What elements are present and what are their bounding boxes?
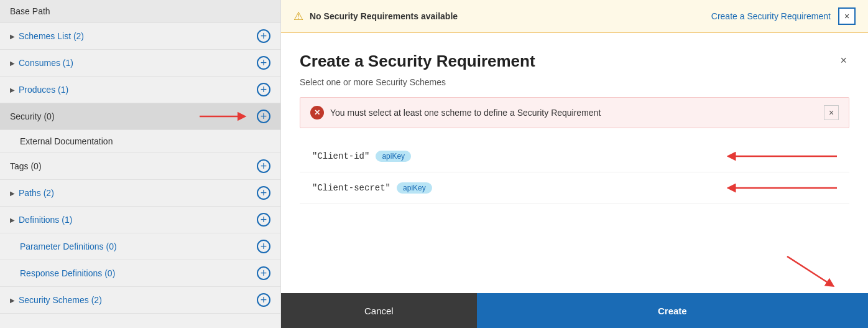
chevron-right-icon: ▶ [10, 297, 15, 304]
add-param-def-button[interactable]: + [257, 240, 270, 253]
scheme-item-client-id[interactable]: "Client-id" apiKey [300, 141, 849, 172]
sidebar-item-label: External Documentation [20, 136, 113, 146]
close-icon: × [844, 11, 849, 21]
sidebar-item-label: Security Schemes (2) [19, 295, 102, 305]
sidebar-item-external-docs[interactable]: External Documentation [0, 130, 280, 153]
add-consumes-button[interactable]: + [257, 56, 270, 70]
sidebar-item-param-definitions[interactable]: Parameter Definitions (0) + [0, 233, 280, 260]
sidebar-item-label: Consumes (1) [19, 58, 73, 68]
sidebar-item-label: Paths (2) [19, 188, 54, 198]
chevron-right-icon: ▶ [10, 190, 15, 197]
sidebar-item-response-definitions[interactable]: Response Definitions (0) + [0, 260, 280, 287]
scheme-name: "Client-id" [312, 151, 369, 161]
scheme-item-client-secret[interactable]: "Client-secret" apiKey [300, 172, 849, 204]
error-close-button[interactable]: × [824, 105, 839, 120]
warning-banner: ⚠ No Security Requirements available Cre… [281, 0, 868, 33]
create-button-label: Create [658, 306, 687, 316]
scheme-badge: apiKey [376, 151, 411, 162]
create-security-requirement-link[interactable]: Create a Security Requirement [711, 11, 831, 21]
sidebar-item-tags[interactable]: Tags (0) + [0, 153, 280, 180]
sidebar-item-label: Schemes List (2) [19, 31, 84, 41]
red-arrow-icon [200, 110, 249, 123]
modal-title: Create a Security Requirement [300, 52, 535, 71]
sidebar-item-paths[interactable]: ▶ Paths (2) + [0, 180, 280, 207]
modal-header: Create a Security Requirement × [300, 52, 849, 71]
sidebar-item-definitions[interactable]: ▶ Definitions (1) + [0, 207, 280, 233]
add-paths-button[interactable]: + [257, 186, 270, 200]
red-arrow-icon [725, 182, 837, 194]
sidebar-item-schemes-list[interactable]: ▶ Schemes List (2) + [0, 23, 280, 50]
warning-banner-text: No Security Requirements available [310, 11, 458, 21]
warning-icon: ⚠ [293, 9, 303, 23]
sidebar-item-base-path[interactable]: Base Path [0, 0, 280, 23]
cancel-button[interactable]: Cancel [281, 293, 477, 328]
add-schemes-button[interactable]: + [257, 29, 270, 43]
sidebar-item-label: Tags (0) [10, 161, 42, 171]
add-security-button[interactable]: + [257, 110, 270, 123]
sidebar-item-label: Parameter Definitions (0) [20, 241, 117, 251]
error-banner: ✕ You must select at least one scheme to… [300, 97, 849, 128]
scheme-badge: apiKey [397, 182, 432, 194]
sidebar-item-label: Response Definitions (0) [20, 268, 115, 278]
create-security-requirement-modal: Create a Security Requirement × Select o… [281, 33, 868, 328]
red-arrow-icon [725, 150, 837, 162]
chevron-right-icon: ▶ [10, 33, 15, 40]
sidebar-item-label: Security (0) [10, 111, 55, 121]
sidebar-item-produces[interactable]: ▶ Produces (1) + [0, 77, 280, 103]
add-tags-button[interactable]: + [257, 159, 270, 173]
scheme-name: "Client-secret" [312, 183, 390, 193]
main-content: ⚠ No Security Requirements available Cre… [281, 0, 868, 328]
modal-subtitle: Select one or more Security Schemes [300, 77, 849, 87]
sidebar-item-label: Definitions (1) [19, 215, 72, 225]
create-button[interactable]: Create [477, 293, 868, 328]
sidebar-item-consumes[interactable]: ▶ Consumes (1) + [0, 50, 280, 77]
chevron-right-icon: ▶ [10, 60, 15, 67]
sidebar: Base Path ▶ Schemes List (2) + ▶ Consume… [0, 0, 281, 328]
chevron-right-icon: ▶ [10, 217, 15, 223]
sidebar-item-label: Produces (1) [19, 85, 68, 95]
error-icon: ✕ [310, 106, 324, 119]
scheme-list: "Client-id" apiKey "Client-secret" apiKe… [300, 141, 849, 293]
modal-close-button[interactable]: × [838, 52, 849, 70]
add-security-schemes-button[interactable]: + [257, 293, 270, 307]
sidebar-item-security[interactable]: Security (0) + [0, 103, 280, 130]
sidebar-item-label: Base Path [10, 6, 50, 16]
close-icon: × [829, 108, 834, 118]
chevron-right-icon: ▶ [10, 87, 15, 93]
add-response-def-button[interactable]: + [257, 266, 270, 280]
warning-close-button[interactable]: × [838, 7, 856, 25]
add-definitions-button[interactable]: + [257, 213, 270, 227]
error-text: You must select at least one scheme to d… [330, 108, 601, 118]
sidebar-item-security-schemes[interactable]: ▶ Security Schemes (2) + [0, 287, 280, 314]
add-produces-button[interactable]: + [257, 83, 270, 96]
modal-footer: Cancel Create [281, 293, 868, 328]
